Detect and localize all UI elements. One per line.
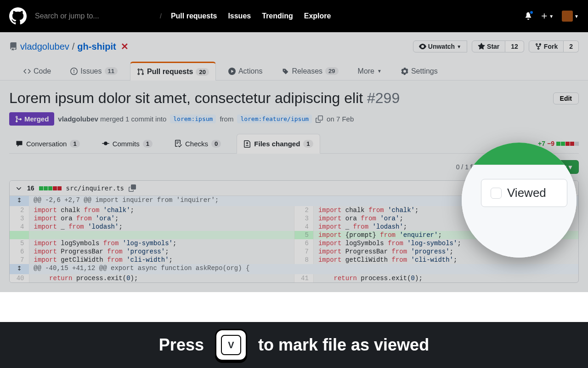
checklist-icon xyxy=(175,140,182,147)
repo-owner-link[interactable]: vladgolubev xyxy=(20,41,69,52)
tab-code[interactable]: Code xyxy=(17,62,58,80)
hunk-header: @@ -40,15 +41,12 @@ export async functio… xyxy=(29,264,578,274)
close-icon: ✕ xyxy=(121,41,129,52)
edit-button[interactable]: Edit xyxy=(553,92,579,104)
fork-icon xyxy=(535,43,542,50)
star-icon xyxy=(478,43,485,50)
plus-icon xyxy=(541,12,548,20)
commit-icon xyxy=(102,140,109,147)
pr-author[interactable]: vladgolubev xyxy=(58,115,98,123)
global-header: / Pull requests Issues Trending Explore … xyxy=(0,0,588,32)
viewed-label: Viewed xyxy=(507,186,546,200)
tab-settings[interactable]: Settings xyxy=(394,62,445,80)
comment-icon xyxy=(16,140,23,147)
magnifier-callout: Viewed xyxy=(462,143,577,258)
notification-dot-icon xyxy=(529,10,534,15)
repo-name-link[interactable]: gh-shipit xyxy=(77,41,116,52)
gear-icon xyxy=(401,68,408,75)
avatar xyxy=(562,11,573,22)
pr-tab-files[interactable]: Files changed1 xyxy=(237,134,320,154)
nav-trending[interactable]: Trending xyxy=(262,12,293,20)
star-count[interactable]: 12 xyxy=(505,40,524,52)
file-diff-icon xyxy=(243,140,251,148)
pr-title: Lorem ipsum dolor sit amet, consectetur … xyxy=(9,90,400,107)
unwatch-button[interactable]: Unwatch ▼ xyxy=(413,40,467,52)
diff-stats: +7 −9 xyxy=(538,140,579,147)
github-logo-icon[interactable] xyxy=(9,7,27,25)
nav-issues[interactable]: Issues xyxy=(228,12,251,20)
keycap-v: V xyxy=(215,329,247,361)
star-button[interactable]: Star xyxy=(472,40,505,52)
eye-icon xyxy=(419,43,426,50)
tab-actions[interactable]: Actions xyxy=(221,62,269,80)
nav-explore[interactable]: Explore xyxy=(304,12,331,20)
viewed-checkbox-panel[interactable]: Viewed xyxy=(481,179,567,207)
file-line-count: 16 xyxy=(27,184,34,192)
play-icon xyxy=(228,68,236,75)
nav-links: Pull requests Issues Trending Explore xyxy=(171,12,331,20)
tab-issues[interactable]: Issues11 xyxy=(63,62,124,80)
file-path[interactable]: src/inquirer.ts xyxy=(66,184,124,192)
tab-more[interactable]: More▼ xyxy=(351,62,389,80)
pr-tab-checks[interactable]: Checks0 xyxy=(168,134,227,153)
fork-count[interactable]: 2 xyxy=(564,40,579,52)
code-icon xyxy=(23,68,31,75)
head-branch[interactable]: lorem:feature/ipsum xyxy=(237,115,312,123)
tab-pull-requests[interactable]: Pull requests20 xyxy=(130,62,216,80)
base-branch[interactable]: lorem:ipsum xyxy=(170,115,216,123)
nav-pulls[interactable]: Pull requests xyxy=(171,12,217,20)
expand-icon[interactable] xyxy=(16,197,23,205)
chevron-down-icon[interactable] xyxy=(15,184,23,192)
repo-header: vladgolubev / gh-shipit ✕ Unwatch ▼ Star xyxy=(0,32,588,80)
user-menu[interactable]: ▼ xyxy=(562,11,579,22)
expand-icon[interactable] xyxy=(16,265,23,273)
viewed-checkbox[interactable] xyxy=(491,188,502,199)
instruction-banner: Press V to mark file as viewed xyxy=(0,322,588,368)
search-input[interactable] xyxy=(31,10,151,23)
pr-tab-conversation[interactable]: Conversation1 xyxy=(9,134,86,153)
copy-icon[interactable] xyxy=(129,184,136,192)
merged-badge: Merged xyxy=(9,112,54,126)
file-diff-blocks xyxy=(39,186,62,190)
pull-request-icon xyxy=(137,68,144,75)
repo-icon xyxy=(9,42,17,51)
fork-button[interactable]: Fork xyxy=(529,40,564,52)
merge-icon xyxy=(15,115,22,123)
copy-icon[interactable] xyxy=(316,115,323,123)
notifications-button[interactable] xyxy=(524,12,532,21)
tab-releases[interactable]: Releases29 xyxy=(275,62,345,80)
search-slash-hint: / xyxy=(160,12,162,20)
issue-icon xyxy=(70,68,78,75)
pr-tab-commits[interactable]: Commits1 xyxy=(96,134,159,153)
tag-icon xyxy=(282,68,289,75)
create-new-button[interactable]: ▼ xyxy=(541,12,554,20)
